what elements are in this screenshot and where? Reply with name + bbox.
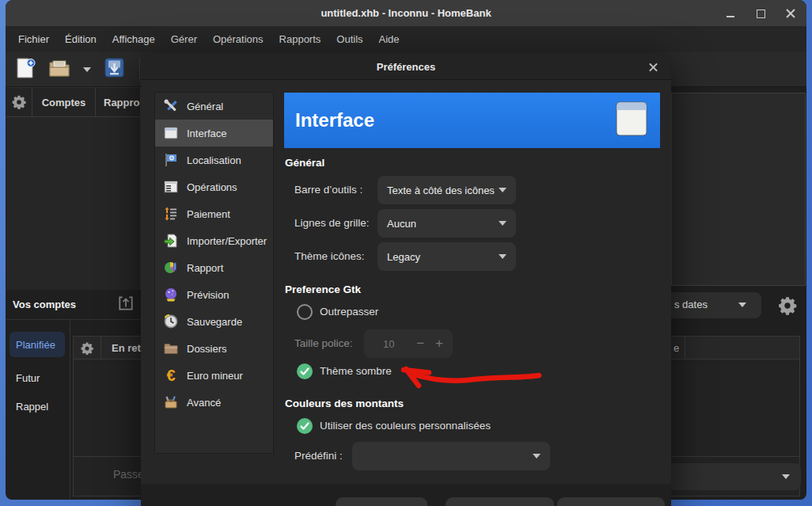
accounts-list-panel[interactable] [6,117,141,290]
preferences-content: Interface Général Barre d’outils : Texte… [284,80,660,506]
tools-icon [162,97,180,115]
preset-dropdown[interactable] [352,442,550,470]
dark-theme-checkbox[interactable] [297,363,313,379]
scheduled-column-gear[interactable] [74,337,101,360]
menu-affichage[interactable]: Affichage [104,30,163,48]
gridlines-dropdown[interactable]: Aucun [378,209,516,238]
dialog-action-bar: Réinitialiser Annuler OK [141,484,671,506]
menu-rapports[interactable]: Rapports [271,30,329,48]
sidebar-item-interface[interactable]: Interface [155,120,273,146]
ledger-icon [162,178,180,196]
custom-colors-checkbox[interactable] [297,418,313,434]
date-range-value: s dates [674,299,708,310]
desktop: untitled.xhb - Inconnu - HomeBank Fichie… [0,0,812,506]
stepper-minus-icon[interactable]: − [416,336,435,352]
toolbar-style-label: Barre d’outils : [294,184,362,196]
accounts-panel-title: Vos comptes [13,299,117,310]
maximize-icon[interactable] [756,9,765,18]
sidebar-item-dossiers[interactable]: Dossiers [155,335,273,362]
new-file-icon[interactable] [15,57,36,82]
import-export-icon [162,232,180,249]
window-titlebar[interactable]: untitled.xhb - Inconnu - HomeBank [6,0,806,26]
accounts-settings-gear[interactable] [6,88,32,116]
toolbar-style-dropdown[interactable]: Texte à côté des icônes [378,176,516,204]
sidebar-item-euro-mineur[interactable]: € Euro mineur [155,362,273,389]
sidebar-item-label: Importer/Exporter [187,235,267,247]
sidebar-item-rapport[interactable]: Rapport [155,254,273,281]
font-size-label: Taille police: [294,337,353,349]
schedule-nav-reminder[interactable]: Rappel [9,394,65,419]
tab-comptes[interactable]: Comptes [32,88,96,116]
sidebar-item-label: Prévision [187,289,229,301]
close-icon[interactable] [786,9,795,18]
custom-colors-label: Utiliser des couleurs personnalisées [320,420,491,432]
preferences-sidebar: Général Interface [154,92,274,454]
open-file-icon[interactable] [48,58,70,82]
dialog-title: Préférences [377,61,435,73]
override-radio[interactable] [297,304,313,320]
menu-outils[interactable]: Outils [328,30,370,48]
sidebar-item-sauvegarde[interactable]: Sauvegarde [155,308,273,335]
menu-edition[interactable]: Édition [57,30,104,48]
chevron-down-icon [782,474,790,479]
chevron-down-icon [533,454,541,458]
chevron-down-icon [499,254,507,259]
sidebar-item-avance[interactable]: Avancé [155,389,273,416]
icon-theme-dropdown[interactable]: Legacy [378,242,516,271]
accounts-panel-footer: Vos comptes [6,290,141,320]
sidebar-item-label: Opérations [187,181,237,193]
expand-panel-icon[interactable] [117,294,135,316]
sort-list-icon [162,205,180,223]
reset-button[interactable]: Réinitialiser [336,497,427,506]
folder-icon [162,340,180,357]
font-size-stepper[interactable]: 10 − + [364,329,453,358]
menu-fichier[interactable]: Fichier [10,30,57,48]
dialog-close-icon[interactable] [648,62,658,72]
backup-save-icon[interactable] [104,57,125,82]
toolbar-separator [139,58,140,82]
tab-rapprochement[interactable]: Rapproch [96,88,141,116]
window-title: untitled.xhb - Inconnu - HomeBank [321,7,491,19]
sidebar-item-operations[interactable]: Opérations [155,173,273,200]
gridlines-label: Lignes de grille: [294,217,370,229]
open-recent-dropdown-icon[interactable] [83,67,91,72]
dialog-titlebar[interactable]: Préférences [141,54,671,80]
toolbar-style-value: Texte à côté des icônes [387,185,499,196]
bottom-right-dropdown[interactable] [665,463,801,490]
dialog-body: Général Interface [141,80,671,506]
sidebar-item-label: Rapport [187,262,223,274]
crystal-ball-icon [162,286,180,303]
window-controls [726,0,795,26]
sidebar-item-label: Dossiers [187,343,227,355]
ok-button[interactable]: OK [557,497,665,506]
sidebar-item-label: Euro mineur [187,370,243,382]
sidebar-item-localisation[interactable]: Localisation [155,146,273,173]
chevron-down-icon [499,221,507,226]
gear-icon [777,295,798,316]
pie-chart-icon [162,259,180,276]
sidebar-item-paiement[interactable]: Paiement [155,200,273,227]
right-list-panel[interactable] [671,93,806,286]
section-general-heading: Général [285,157,324,169]
toolbox-icon [162,394,180,411]
sidebar-item-importer-exporter[interactable]: Importer/Exporter [155,227,273,254]
sidebar-item-prevision[interactable]: Prévision [155,281,273,308]
section-gtk-heading: Preference Gtk [285,283,361,295]
schedule-nav-future[interactable]: Futur [9,365,65,390]
cancel-button[interactable]: Annuler [446,497,554,506]
menu-operations[interactable]: Opérations [205,30,271,48]
stepper-plus-icon[interactable]: + [435,336,453,352]
sidebar-item-general[interactable]: Général [155,93,273,120]
schedule-nav-planned[interactable]: Planifiée [9,332,65,357]
column-header-fragment[interactable]: e [674,337,679,360]
minimize-icon[interactable] [726,9,735,18]
font-size-value: 10 [364,338,416,350]
sidebar-item-label: Localisation [187,154,241,166]
filter-settings-gear[interactable] [777,295,798,319]
menu-aide[interactable]: Aide [371,30,408,48]
check-icon [297,418,313,434]
section-amount-colors-heading: Couleurs des montants [285,398,404,409]
menu-gerer[interactable]: Gérer [163,30,205,48]
sidebar-item-label: Avancé [187,397,221,409]
check-icon [297,363,313,379]
